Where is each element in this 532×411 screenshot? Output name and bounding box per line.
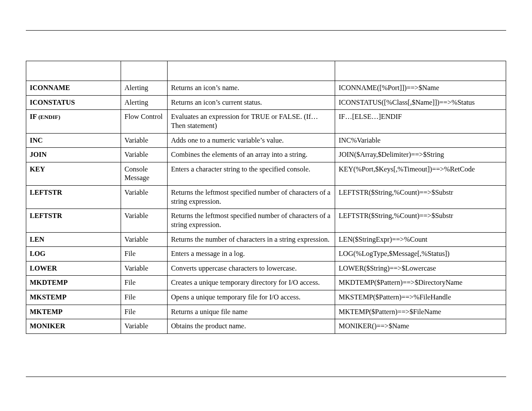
header-category [121,61,168,81]
cell-syntax: LEN($StringExpr)==>%Count [335,232,506,247]
cell-description: Creates a unique temporary directory for… [167,276,335,290]
table-row: IF (ENDIF)Flow ControlEvaluates an expre… [26,110,506,133]
cell-category: File [121,290,168,305]
cell-syntax: LEFTSTR($String,%Count)==>$Substr [335,186,506,209]
table-row: LEFTSTRVariableReturns the leftmost spec… [26,209,506,232]
verb-name: KEY [30,165,45,173]
table-row: ICONSTATUSAlertingReturns an icon’s curr… [26,95,506,110]
cell-syntax: INC%Variable [335,133,506,148]
cell-description: Enters a character string to the specifi… [167,162,335,185]
cell-category: Alerting [121,81,168,96]
cell-description: Adds one to a numeric variable’s value. [167,133,335,148]
verb-name: ICONNAME [30,84,70,92]
cell-description: Returns the leftmost specified number of… [167,186,335,209]
cell-syntax: ICONSTATUS([%Class[,$Name]])==>%Status [335,95,506,110]
cell-name: ICONSTATUS [26,95,121,110]
cell-category: Variable [121,186,168,209]
cell-name: JOIN [26,148,121,162]
table-row: LOGFileEnters a message in a log.LOG(%Lo… [26,247,506,262]
top-rule [26,30,506,31]
table-row: LEFTSTRVariableReturns the leftmost spec… [26,186,506,209]
verb-name: IF [30,112,38,121]
cell-category: File [121,305,168,319]
cell-category: Variable [121,319,168,334]
cell-description: Returns an icon’s current status. [167,95,335,110]
verb-name: JOIN [30,150,47,159]
cell-category: Variable [121,133,168,148]
cell-description: Opens a unique temporary file for I/O ac… [167,290,335,305]
verb-name: INC [30,136,43,144]
cell-syntax: KEY(%Port,$Keys[,%Timeout])==>%RetCode [335,162,506,185]
table-row: MKSTEMPFileOpens a unique temporary file… [26,290,506,305]
verb-name: LEFTSTR [30,188,62,196]
table-row: MKDTEMPFileCreates a unique temporary di… [26,276,506,290]
table-row: ICONNAMEAlertingReturns an icon’s name.I… [26,81,506,96]
verb-name: LOG [30,249,46,258]
cell-description: Returns a unique file name [167,305,335,319]
cell-name: MKDTEMP [26,276,121,290]
verb-reference-table: ICONNAMEAlertingReturns an icon’s name.I… [26,61,506,334]
verb-name: MKDTEMP [30,278,68,286]
cell-description: Returns the leftmost specified number of… [167,209,335,232]
cell-name: MKTEMP [26,305,121,319]
table-row: JOINVariableCombines the elements of an … [26,148,506,162]
cell-category: Variable [121,261,168,276]
cell-name: INC [26,133,121,148]
cell-name: KEY [26,162,121,185]
cell-category: File [121,276,168,290]
cell-name: LEFTSTR [26,209,121,232]
cell-name: LEFTSTR [26,186,121,209]
table-row: LENVariableReturns the number of charact… [26,232,506,247]
cell-description: Returns the number of characters in a st… [167,232,335,247]
cell-syntax: LOG(%LogType,$Message[,%Status]) [335,247,506,262]
cell-category: Flow Control [121,110,168,133]
verb-name: LOWER [30,264,57,272]
cell-name: LOWER [26,261,121,276]
table-row: LOWERVariableConverts uppercase characte… [26,261,506,276]
cell-syntax: MKTEMP($Pattern)==>$FileName [335,305,506,319]
cell-name: LOG [26,247,121,262]
cell-category: Alerting [121,95,168,110]
cell-category: Variable [121,148,168,162]
cell-name: MKSTEMP [26,290,121,305]
cell-syntax: IF…[ELSE…]ENDIF [335,110,506,133]
cell-name: IF (ENDIF) [26,110,121,133]
cell-syntax: MKSTEMP($Pattern)==>%FileHandle [335,290,506,305]
cell-syntax: LEFTSTR($String,%Count)==>$Substr [335,209,506,232]
cell-name: ICONNAME [26,81,121,96]
header-description [167,61,335,81]
cell-syntax: MONIKER()==>$Name [335,319,506,334]
cell-description: Obtains the product name. [167,319,335,334]
verb-name: LEN [30,235,44,243]
table-row: INCVariableAdds one to a numeric variabl… [26,133,506,148]
cell-syntax: MKDTEMP($Pattern)==>$DirectoryName [335,276,506,290]
cell-description: Evaluates an expression for TRUE or FALS… [167,110,335,133]
table-row: KEYConsole MessageEnters a character str… [26,162,506,185]
cell-category: Variable [121,232,168,247]
table-header-row [26,61,506,81]
cell-description: Combines the elements of an array into a… [167,148,335,162]
cell-syntax: ICONNAME([%Port]])==>$Name [335,81,506,96]
header-name [26,61,121,81]
cell-description: Returns an icon’s name. [167,81,335,96]
header-syntax [335,61,506,81]
cell-name: MONIKER [26,319,121,334]
verb-name: LEFTSTR [30,212,62,220]
verb-name: ICONSTATUS [30,98,75,106]
cell-description: Converts uppercase characters to lowerca… [167,261,335,276]
verb-name: MKTEMP [30,308,62,316]
cell-description: Enters a message in a log. [167,247,335,262]
cell-syntax: JOIN($Array,$Delimiter)==>$String [335,148,506,162]
table-row: MKTEMPFileReturns a unique file nameMKTE… [26,305,506,319]
cell-name: LEN [26,232,121,247]
cell-syntax: LOWER($String)==>$Lowercase [335,261,506,276]
cell-category: Variable [121,209,168,232]
cell-category: Console Message [121,162,168,185]
bottom-rule [26,377,506,377]
cell-category: File [121,247,168,262]
verb-name: MKSTEMP [30,293,66,301]
verb-name: MONIKER [30,322,65,330]
verb-name-paren: (ENDIF) [38,114,60,120]
table-row: MONIKERVariableObtains the product name.… [26,319,506,334]
